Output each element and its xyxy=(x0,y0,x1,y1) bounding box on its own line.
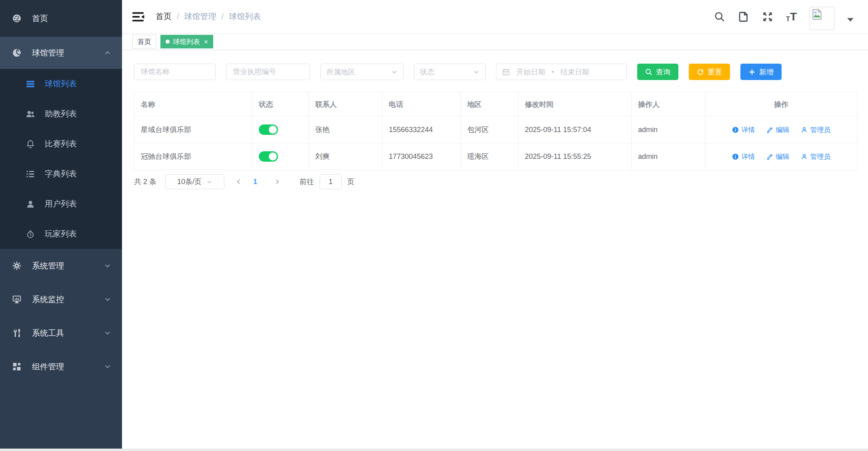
sidebar-item-home[interactable]: 首页 xyxy=(0,0,122,37)
pagination: 共 2 条 10条/页 1 前往 页 xyxy=(134,174,868,189)
edit-link[interactable]: 编辑 xyxy=(766,125,790,134)
table-row: 星域台球俱乐部 张艳 15566332244 包河区 2025-09-11 15… xyxy=(134,116,857,143)
breadcrumb: 首页 / 球馆管理 / 球馆列表 xyxy=(156,11,261,22)
sidebar-item-match-list[interactable]: 比赛列表 xyxy=(0,129,122,159)
detail-link[interactable]: 详情 xyxy=(732,152,755,161)
sidebar-item-label: 用户列表 xyxy=(45,198,77,209)
sidebar-item-player-list[interactable]: 玩家列表 xyxy=(0,219,122,249)
table-header-row: 名称 状态 联系人 电话 地区 修改时间 操作人 操作 xyxy=(134,92,857,116)
chevron-down-icon xyxy=(104,295,112,303)
hamburger-icon[interactable] xyxy=(132,11,145,23)
sidebar-item-system-monitor[interactable]: 系统监控 xyxy=(0,283,122,316)
pagination-goto: 前往 页 xyxy=(300,174,354,189)
add-button-label: 新增 xyxy=(759,67,774,77)
sidebar-item-label: 组件管理 xyxy=(32,361,64,372)
reset-button-label: 重置 xyxy=(708,67,722,77)
page-content: 所属地区 状态 开始日期 - 结束日期 查询 xyxy=(122,50,868,189)
fullscreen-icon[interactable] xyxy=(762,11,773,22)
page-size-select[interactable]: 10条/页 xyxy=(165,174,224,189)
manager-link-label: 管理员 xyxy=(810,152,831,161)
avatar[interactable] xyxy=(810,7,834,30)
license-number-input[interactable] xyxy=(226,64,310,80)
watch-icon xyxy=(26,229,35,239)
calendar-icon xyxy=(502,68,510,76)
sidebar-submenu: 球馆列表 助教列表 比赛列表 字典列表 xyxy=(0,69,122,249)
sidebar-item-component-management[interactable]: 组件管理 xyxy=(0,350,122,383)
goto-page-input[interactable] xyxy=(320,174,342,189)
tags-bar: 首页 球馆列表 × xyxy=(122,33,868,50)
tag-home[interactable]: 首页 xyxy=(132,35,156,48)
gear-icon xyxy=(12,261,22,271)
date-range-picker[interactable]: 开始日期 - 结束日期 xyxy=(496,64,627,80)
sidebar-item-label: 球馆列表 xyxy=(45,78,77,89)
close-icon[interactable]: × xyxy=(204,38,208,45)
region-select[interactable]: 所属地区 xyxy=(320,64,404,80)
sidebar-item-label: 字典列表 xyxy=(45,168,77,179)
people-icon xyxy=(26,109,35,119)
sidebar-item-venue-management[interactable]: 球馆管理 xyxy=(0,37,122,69)
font-size-icon[interactable]: TT xyxy=(786,11,797,22)
cell-operator: admin xyxy=(632,116,706,143)
search-button[interactable]: 查询 xyxy=(637,64,678,80)
add-button[interactable]: 新增 xyxy=(740,64,782,80)
sidebar-item-user-list[interactable]: 用户列表 xyxy=(0,189,122,219)
breadcrumb-venue-management[interactable]: 球馆管理 xyxy=(184,11,216,22)
font-size-big: T xyxy=(790,11,797,22)
caret-down-icon[interactable] xyxy=(847,18,854,22)
column-header-actions: 操作 xyxy=(706,92,857,116)
list-icon xyxy=(26,79,35,89)
sidebar-item-system-management[interactable]: 系统管理 xyxy=(0,249,122,283)
search-button-label: 查询 xyxy=(656,67,670,77)
cell-phone: 15566332244 xyxy=(382,116,461,143)
sidebar-item-label: 首页 xyxy=(32,13,48,24)
cell-contact: 刘爽 xyxy=(309,143,382,170)
docs-icon[interactable] xyxy=(738,11,749,22)
status-select[interactable]: 状态 xyxy=(414,64,486,80)
edit-icon xyxy=(766,153,773,160)
sidebar-item-label: 助教列表 xyxy=(45,108,77,119)
chevron-up-icon xyxy=(104,49,112,57)
page-label: 页 xyxy=(347,177,354,186)
status-toggle[interactable] xyxy=(259,151,278,162)
tag-venue-list[interactable]: 球馆列表 × xyxy=(160,35,213,48)
column-header-updated: 修改时间 xyxy=(518,92,632,116)
reset-button[interactable]: 重置 xyxy=(689,64,730,80)
row-actions: 详情 编辑 管理员 xyxy=(712,152,850,161)
table-row: 冠驰台球俱乐部 刘爽 17730045623 瑶海区 2025-09-11 15… xyxy=(134,143,857,170)
chevron-down-icon xyxy=(104,329,112,337)
detail-link[interactable]: 详情 xyxy=(732,125,755,134)
prev-page-button[interactable] xyxy=(230,178,248,185)
dict-icon xyxy=(26,169,35,179)
app-window: 首页 球馆管理 球馆列表 助教列表 xyxy=(0,0,868,451)
cell-status xyxy=(252,116,309,143)
edit-link-label: 编辑 xyxy=(776,125,790,134)
cell-contact: 张艳 xyxy=(309,116,382,143)
search-icon[interactable] xyxy=(714,11,725,22)
broken-image-icon xyxy=(811,8,823,20)
status-select-placeholder: 状态 xyxy=(420,67,434,77)
sidebar-item-assistant-list[interactable]: 助教列表 xyxy=(0,99,122,129)
sidebar-item-label: 系统监控 xyxy=(32,294,64,305)
manager-link[interactable]: 管理员 xyxy=(801,125,831,134)
chevron-down-icon xyxy=(391,69,398,75)
cell-status xyxy=(252,143,309,170)
sidebar-item-dict-list[interactable]: 字典列表 xyxy=(0,159,122,189)
pagination-total: 共 2 条 xyxy=(134,177,156,186)
breadcrumb-separator: / xyxy=(222,12,224,21)
dashboard-icon xyxy=(12,14,22,23)
sidebar-item-label: 系统管理 xyxy=(32,261,64,271)
sidebar-item-venue-list[interactable]: 球馆列表 xyxy=(0,69,122,99)
venue-name-input[interactable] xyxy=(134,64,216,80)
chevron-down-icon xyxy=(104,363,112,371)
sidebar-item-label: 系统工具 xyxy=(32,328,64,339)
page-number-current[interactable]: 1 xyxy=(248,178,263,186)
cell-operator: admin xyxy=(632,143,706,170)
sidebar-item-system-tools[interactable]: 系统工具 xyxy=(0,316,122,350)
breadcrumb-home[interactable]: 首页 xyxy=(156,11,172,22)
status-toggle[interactable] xyxy=(259,124,278,135)
manager-link[interactable]: 管理员 xyxy=(801,152,831,161)
next-page-button[interactable] xyxy=(268,178,286,185)
tools-icon xyxy=(12,328,22,338)
cell-region: 瑶海区 xyxy=(461,143,518,170)
edit-link[interactable]: 编辑 xyxy=(766,152,790,161)
